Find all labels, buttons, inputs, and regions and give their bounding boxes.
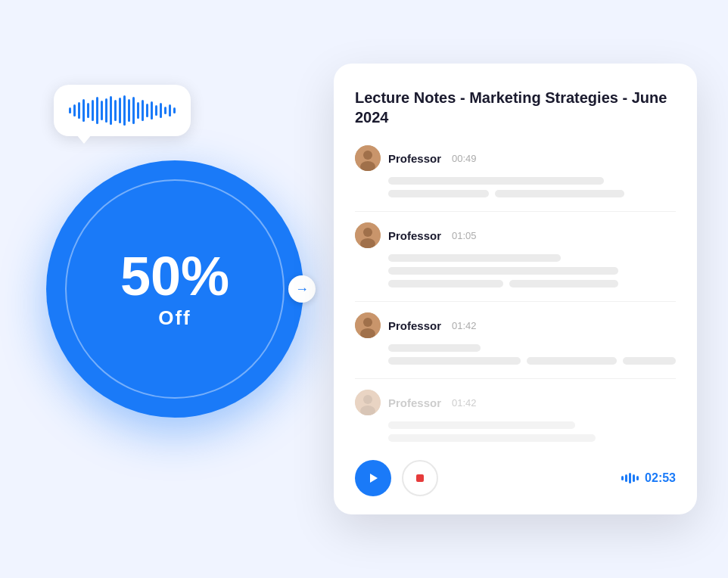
play-icon xyxy=(366,471,380,485)
placeholder-line xyxy=(509,280,618,287)
time-display: 02:53 xyxy=(621,471,676,485)
scene: 50% Off → Lecture Notes - Marketing Stra… xyxy=(23,24,705,554)
avatar-1 xyxy=(355,145,381,171)
mini-wave-bar xyxy=(629,473,631,483)
mini-wave-bar xyxy=(636,476,639,480)
discount-circle: 50% Off → xyxy=(46,160,303,418)
wave-bar xyxy=(82,99,85,122)
play-button[interactable] xyxy=(355,460,391,496)
placeholder-lines-3 xyxy=(355,344,676,365)
entry-header-1: Professor 00:49 xyxy=(355,145,676,171)
stop-icon xyxy=(414,472,426,484)
wave-bar xyxy=(119,98,121,123)
speech-bubble xyxy=(54,85,191,136)
arrow-icon: → xyxy=(288,275,316,303)
placeholder-lines-2 xyxy=(355,254,676,287)
wave-bar xyxy=(96,97,98,124)
wave-bar xyxy=(128,99,130,122)
wave-bar xyxy=(160,103,162,118)
controls-bar: 02:53 xyxy=(355,460,676,496)
transcript-entry-3: Professor 01:42 xyxy=(355,312,676,365)
wave-bar xyxy=(155,105,157,116)
placeholder-row xyxy=(388,280,676,287)
mini-wave-bar xyxy=(633,474,635,482)
wave-bar xyxy=(110,96,112,125)
wave-bar xyxy=(146,104,148,117)
placeholder-line xyxy=(388,177,604,185)
speaker-name-3: Professor xyxy=(388,319,441,332)
placeholder-lines-4 xyxy=(355,421,676,442)
wave-bar xyxy=(132,97,135,124)
entry-header-4: Professor 01:42 xyxy=(355,390,676,415)
placeholder-line xyxy=(495,190,624,197)
placeholder-line xyxy=(527,357,617,365)
placeholder-row xyxy=(388,190,676,197)
wave-bar xyxy=(105,98,107,123)
transcript-entry-4: Professor 01:42 xyxy=(355,390,676,442)
avatar-4 xyxy=(355,390,381,415)
wave-bar xyxy=(92,100,94,121)
wave-bar xyxy=(169,104,171,117)
entry-header-3: Professor 01:42 xyxy=(355,312,676,338)
placeholder-line xyxy=(388,357,521,365)
placeholder-line xyxy=(388,434,596,442)
mini-waveform xyxy=(621,473,639,483)
placeholder-line xyxy=(388,421,575,429)
svg-point-7 xyxy=(363,318,372,327)
wave-bar xyxy=(142,100,144,121)
placeholder-line xyxy=(388,190,489,197)
speaker-name-1: Professor xyxy=(388,152,441,165)
wave-bar xyxy=(114,100,117,121)
transcript-entry-1: Professor 00:49 xyxy=(355,145,676,197)
transcript-entry-2: Professor 01:05 xyxy=(355,222,676,287)
wave-bar xyxy=(78,102,80,119)
circle-ring xyxy=(65,179,285,399)
svg-rect-13 xyxy=(416,474,424,482)
placeholder-row xyxy=(388,357,676,365)
wave-bar xyxy=(87,103,89,118)
speaker-name-2: Professor xyxy=(388,229,441,242)
avatar-3 xyxy=(355,312,381,338)
wave-bar xyxy=(137,102,139,119)
wave-bar xyxy=(101,101,103,120)
entry-header-2: Professor 01:05 xyxy=(355,222,676,248)
wave-bar xyxy=(164,107,166,114)
wave-bar xyxy=(73,104,76,117)
placeholder-line xyxy=(388,254,561,262)
timestamp-2: 01:05 xyxy=(452,230,477,241)
card-title: Lecture Notes - Marketing Strategies - J… xyxy=(355,88,676,127)
mini-wave-bar xyxy=(625,474,627,482)
mini-wave-bar xyxy=(621,476,624,480)
current-time: 02:53 xyxy=(645,471,676,485)
svg-point-1 xyxy=(363,151,372,160)
wave-bar xyxy=(151,101,153,120)
divider-3 xyxy=(355,378,676,379)
wave-bar xyxy=(123,95,126,126)
divider-1 xyxy=(355,211,676,212)
svg-point-10 xyxy=(363,395,372,404)
timestamp-4: 01:42 xyxy=(452,397,477,409)
placeholder-line xyxy=(388,267,618,275)
timestamp-1: 00:49 xyxy=(452,153,477,164)
svg-point-4 xyxy=(363,228,372,237)
svg-marker-12 xyxy=(370,474,378,483)
transcript-card: Lecture Notes - Marketing Strategies - J… xyxy=(334,64,697,514)
avatar-2 xyxy=(355,222,381,248)
timestamp-3: 01:42 xyxy=(452,320,477,331)
placeholder-lines-1 xyxy=(355,177,676,197)
wave-bar xyxy=(173,107,176,113)
placeholder-line xyxy=(388,280,503,287)
speaker-name-4: Professor xyxy=(388,396,441,409)
divider-2 xyxy=(355,301,676,302)
stop-button[interactable] xyxy=(402,460,438,496)
wave-bar xyxy=(69,107,71,113)
placeholder-line xyxy=(388,344,481,352)
placeholder-line xyxy=(623,357,676,365)
